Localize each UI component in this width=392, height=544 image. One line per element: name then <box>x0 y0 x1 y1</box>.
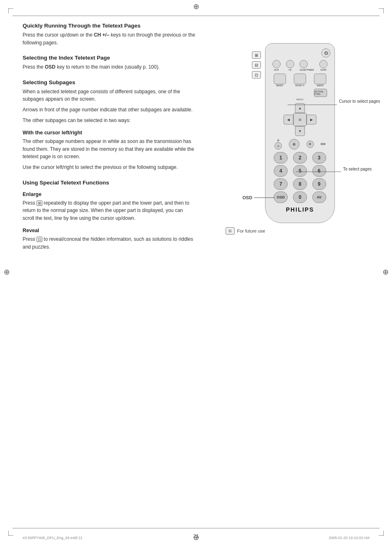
ach-label: ACH <box>272 69 281 71</box>
bottom-note: ⊟ For future use <box>226 227 369 235</box>
bottom-border <box>12 528 380 528</box>
num-3-button: 3 <box>312 152 326 164</box>
subsection-title-enlarge: Enlarge <box>23 191 195 197</box>
subsection-title-reveal: Reveal <box>23 228 195 233</box>
num-osd-button: OSD <box>274 191 288 203</box>
vol-plus-button: + <box>307 141 314 148</box>
section-para-enlarge-1: Press ⊞ repeatedly to display the upper … <box>23 199 195 222</box>
id-label: I-D <box>286 69 294 71</box>
cursor-select-annotation: Cursor to select pages <box>339 99 384 104</box>
future-use-icon: ⊟ <box>226 227 235 235</box>
power-button: ⏻ <box>321 48 330 58</box>
num-4-button: 4 <box>274 165 288 177</box>
footer-right: 2005-01-20 10:10:03 AM <box>329 536 369 540</box>
section-para-quickly-1: Press the cursor up/down or the CH +/– k… <box>23 31 195 46</box>
page-number: 21 <box>193 533 198 539</box>
smart2-button <box>314 74 326 84</box>
id-button <box>286 60 294 68</box>
remote-body: ⏻ ACH I-D SLEE <box>265 43 335 223</box>
num-7-button: 7 <box>274 178 288 190</box>
icon-future: ⊟ <box>252 61 261 69</box>
page-content: Quickly Running Through the Teletext Pag… <box>23 23 369 521</box>
corner-mark-tr <box>379 8 384 13</box>
surf-button <box>319 60 327 68</box>
dolby-button <box>294 74 306 84</box>
corner-mark-tl <box>8 8 13 13</box>
reg-mark-top: ⊕ <box>192 2 200 11</box>
corner-mark-br <box>379 531 384 536</box>
mute-button: ⊗ <box>289 139 300 150</box>
smart1-label: SMART <box>274 84 286 87</box>
left-column: Quickly Running Through the Teletext Pag… <box>23 23 195 254</box>
volume-controls: – <box>274 142 282 150</box>
corner-mark-bl <box>8 531 13 536</box>
section-para-subpages-1: When a selected teletext page consists o… <box>23 88 195 103</box>
sleeptimer-label: SLEEPTIMER <box>300 69 314 71</box>
ch-label: CH <box>321 142 325 146</box>
smart1-button <box>274 74 286 84</box>
icon-reveal: ⊡ <box>252 71 261 78</box>
dolby-label: DOLBY V. <box>294 84 306 87</box>
section-para-subpages-3: The other subpages can be selected in tw… <box>23 117 195 124</box>
subsection-title-cursor-lr: With the cursor left/right <box>23 130 195 136</box>
ach-button <box>272 60 281 68</box>
num-1-button: 1 <box>274 152 288 164</box>
brand-label: PHILIPS <box>270 206 330 213</box>
surf-label: SURF <box>319 69 327 71</box>
num-2-button: 2 <box>293 152 307 164</box>
section-title-quickly-running: Quickly Running Through the Teletext Pag… <box>23 23 195 29</box>
footer-left: 43.50PP7445_DFU_Eng_69.indd 21 <box>23 536 83 540</box>
icon-enlarge: ⊞ <box>252 51 261 59</box>
num-0-button: 0 <box>293 191 307 203</box>
section-para-subpages-2: Arrows in front of the page number indic… <box>23 106 195 114</box>
sleeptimer-button <box>300 60 308 68</box>
future-use-text: For future use <box>237 228 265 233</box>
to-select-annotation: To select pages <box>343 166 380 172</box>
reg-mark-left: ⊕ <box>2 268 11 276</box>
section-para-index-1: Press the OSD key to return to the main … <box>23 63 195 71</box>
smart2-label: SMART <box>314 84 326 87</box>
section-title-subpages: Selecting Subpages <box>23 79 195 85</box>
nav-down-button: ▼ <box>295 126 305 136</box>
right-column: ⊞ ⊟ ⊡ ⏻ ACH <box>217 43 369 235</box>
vol-icon: 🔈 <box>277 138 280 141</box>
vol-minus-button: – <box>274 142 282 150</box>
section-para-reveal-1: Press ⊡ to reveal/conceal the hidden inf… <box>23 235 195 251</box>
num-av-button: AV <box>312 191 326 203</box>
osd-annotation: OSD <box>242 195 274 200</box>
section-para-cursor-2: Use the cursor left/right to select the … <box>23 164 195 171</box>
section-title-special: Using Special Teletext Functions <box>23 180 195 186</box>
active-ctrl-button: ACTIVE CTRL <box>314 89 327 97</box>
top-border <box>12 16 380 16</box>
reg-mark-right: ⊕ <box>381 268 390 276</box>
section-para-cursor-1: The other subpage numbers appear in whit… <box>23 138 195 161</box>
section-title-selecting-index: Selecting the Index Teletext Page <box>23 55 195 61</box>
